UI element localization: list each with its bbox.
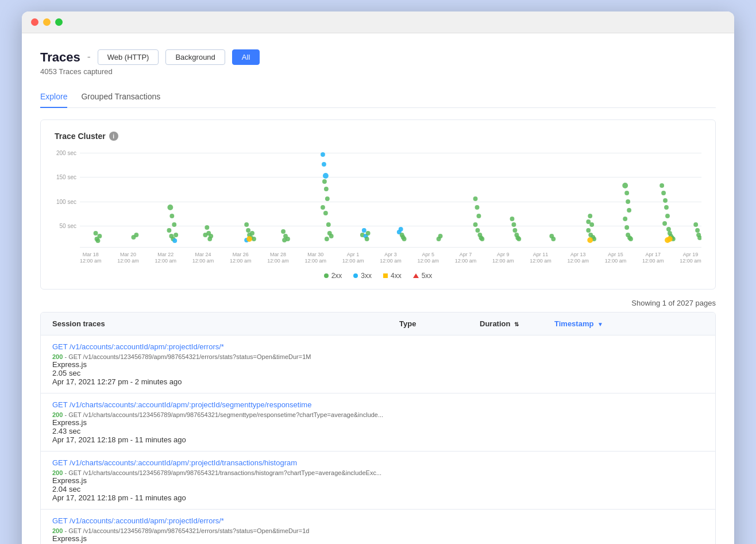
row-1-link[interactable]: GET /v1/accounts/:accountId/apm/:project… [52,342,704,351]
svg-point-82 [627,208,631,213]
svg-point-19 [244,222,249,227]
col-timestamp[interactable]: Timestamp ▼ [554,319,704,328]
maximize-button[interactable] [55,18,63,26]
svg-point-87 [628,237,633,241]
row-1-session: GET /v1/accounts/:accountId/apm/:project… [52,342,704,360]
sort-duration-icon: ⇅ [514,321,519,327]
x-label-apr9: Apr 912:00 am [492,252,514,265]
row-2-type: Express.js [52,418,704,427]
browser-window: Traces - Web (HTTP) Background All 4053 … [22,11,734,544]
table-row: GET /v1/charts/accounts/:accountId/apm/:… [41,452,715,510]
minimize-button[interactable] [43,18,51,26]
x-label-mar30: Mar 3012:00 am [305,252,327,265]
svg-point-24 [252,237,256,241]
chart-area: 200 sec 150 sec 100 sec 50 sec [55,150,701,265]
svg-point-89 [661,191,666,195]
row-2-duration: 2.43 sec [52,427,704,435]
chart-legend: 2xx 3xx 4xx 5xx [55,272,701,280]
x-label-apr15: Apr 1512:00 am [605,252,627,265]
svg-point-26 [246,236,252,242]
svg-point-56 [475,205,480,210]
svg-point-88 [659,183,664,188]
legend-square-4xx [383,273,388,278]
tabs: Explore Grouped Transactions [40,87,716,108]
close-button[interactable] [31,18,38,26]
tab-explore[interactable]: Explore [40,87,67,108]
svg-point-12 [173,233,178,237]
row-1-duration: 2.05 sec [52,369,704,377]
svg-point-93 [662,221,667,226]
svg-point-6 [167,205,173,210]
svg-point-54 [438,234,443,238]
col-type: Type [399,319,480,328]
x-label-apr11: Apr 1112:00 am [530,252,551,265]
row-4-link[interactable]: GET /v1/accounts/:accountId/apm/:project… [52,516,704,525]
main-content: Traces - Web (HTTP) Background All 4053 … [22,33,734,544]
svg-point-13 [172,238,177,243]
x-label-mar24: Mar 2412:00 am [192,252,214,265]
tab-grouped-transactions[interactable]: Grouped Transactions [81,87,160,108]
filter-all[interactable]: All [232,49,260,65]
row-3-timestamp: Apr 17, 2021 12:18 pm - 11 minutes ago [52,493,704,502]
svg-point-39 [326,222,331,227]
legend-triangle-5xx [413,273,419,278]
svg-point-80 [624,191,629,195]
legend-4xx: 4xx [383,272,402,280]
svg-point-7 [169,214,174,218]
col-duration[interactable]: Duration ⇅ [480,319,554,328]
svg-point-70 [551,237,556,241]
svg-point-62 [480,237,484,241]
table-row: GET /v1/charts/accounts/:accountId/apm/:… [41,393,715,452]
scatter-plot [80,150,701,248]
row-2-session: GET /v1/charts/accounts/:accountId/apm/:… [52,400,704,418]
traces-table: Session traces Type Duration ⇅ Timestamp… [40,312,716,544]
svg-point-32 [322,162,326,167]
svg-point-65 [512,228,517,233]
svg-point-78 [587,237,593,243]
svg-point-64 [511,222,516,227]
x-label-apr17: Apr 1712:00 am [642,252,664,265]
svg-point-30 [282,238,287,242]
row-4-session: GET /v1/accounts/:accountId/apm/:project… [52,516,704,534]
filter-web-http[interactable]: Web (HTTP) [98,49,159,65]
svg-point-38 [323,211,328,215]
row-2-link[interactable]: GET /v1/charts/accounts/:accountId/apm/:… [52,400,704,409]
table-row: GET /v1/accounts/:accountId/apm/:project… [41,335,715,393]
svg-point-101 [693,222,698,227]
svg-point-3 [96,238,101,243]
x-axis: Mar 1812:00 am Mar 2012:00 am Mar 2212:0… [80,252,701,265]
filter-background[interactable]: Background [165,49,225,65]
row-3-duration: 2.04 sec [52,485,704,493]
svg-point-100 [667,236,673,242]
chart-title: Trace Cluster i [55,132,701,141]
svg-point-37 [321,205,325,210]
svg-point-90 [663,198,668,203]
svg-point-31 [321,152,325,157]
svg-point-18 [203,233,207,237]
svg-point-83 [623,217,627,221]
legend-2xx: 2xx [324,272,342,280]
svg-point-9 [167,228,171,233]
showing-pages: Showing 1 of 2027 pages [40,299,716,307]
table-header: Session traces Type Duration ⇅ Timestamp… [41,312,715,335]
x-label-mar18: Mar 1812:00 am [80,252,102,265]
row-1-sub: 200 - GET /v1/accounts/123456789/apm/987… [52,353,704,360]
svg-point-91 [664,205,669,210]
svg-point-33 [323,173,329,179]
sort-timestamp-icon: ▼ [597,321,603,327]
info-icon[interactable]: i [109,132,118,141]
svg-point-2 [94,231,98,236]
x-label-mar28: Mar 2812:00 am [267,252,289,265]
header-row: Traces - Web (HTTP) Background All [40,49,716,65]
x-label-apr7: Apr 712:00 am [455,252,477,265]
svg-point-47 [366,231,371,236]
svg-point-35 [324,187,329,191]
legend-dot-2xx [324,273,329,278]
row-4-type: Express.js [52,534,704,543]
svg-point-46 [365,237,369,241]
svg-point-27 [281,229,286,234]
col-session: Session traces [52,319,399,328]
svg-point-44 [362,228,367,233]
row-3-link[interactable]: GET /v1/charts/accounts/:accountId/apm/:… [52,458,704,467]
svg-point-49 [399,227,403,232]
